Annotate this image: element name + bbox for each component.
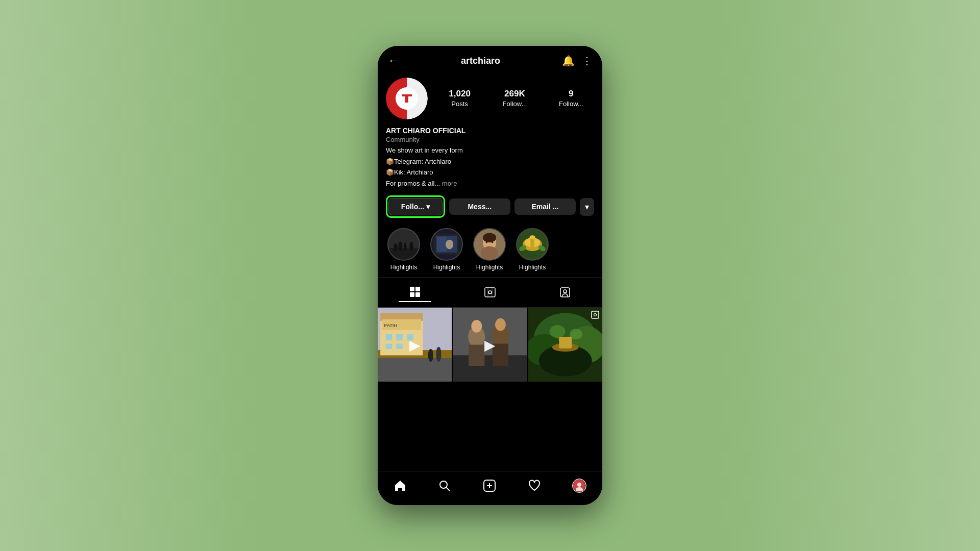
tab-grid[interactable]	[399, 283, 431, 302]
svg-point-5	[399, 241, 403, 251]
posts-label: Posts	[451, 100, 468, 108]
highlight-item-4[interactable]: Highlights	[514, 228, 550, 271]
svg-point-23	[529, 235, 535, 239]
profile-stats: 1,020 Posts 269K Follow... 9 Follow...	[438, 89, 594, 108]
svg-rect-46	[378, 358, 452, 382]
svg-point-31	[488, 291, 492, 294]
back-button[interactable]: ←	[388, 54, 399, 67]
highlight-item-3[interactable]: Highlights	[472, 228, 507, 271]
notification-icon[interactable]: 🔔	[562, 55, 575, 67]
svg-rect-32	[560, 288, 570, 297]
svg-point-68	[594, 314, 596, 316]
highlight-label-3: Highlights	[476, 264, 503, 271]
svg-point-16	[483, 233, 496, 243]
svg-point-7	[409, 241, 413, 251]
phone-container: ← artchiaro 🔔 ⋮	[378, 46, 602, 505]
svg-rect-27	[415, 287, 420, 291]
profile-bio-line3: 📦Kik: Artchiaro	[386, 167, 594, 178]
following-stat[interactable]: 9 Follow...	[559, 89, 583, 108]
following-count: 9	[559, 89, 583, 99]
svg-rect-66	[559, 337, 572, 348]
followers-stat[interactable]: 269K Follow...	[503, 89, 527, 108]
header: ← artchiaro 🔔 ⋮	[378, 46, 602, 72]
tab-tagged[interactable]	[549, 283, 581, 302]
profile-bio-line4: For promos & all... more	[386, 179, 594, 189]
svg-rect-3	[388, 248, 419, 260]
svg-rect-26	[410, 287, 414, 291]
nav-avatar	[572, 479, 586, 493]
more-button[interactable]: ▾	[580, 198, 594, 216]
content-tabs	[378, 277, 602, 308]
follow-button[interactable]: Follo... ▾	[388, 198, 443, 215]
play-icon-2: ▶	[484, 336, 496, 353]
background-left	[0, 0, 260, 551]
highlight-item-2[interactable]: Highlights	[429, 228, 464, 271]
message-button[interactable]: Mess...	[449, 198, 510, 215]
highlight-circle-3	[473, 228, 506, 261]
highlight-item-1[interactable]: Highlights	[386, 228, 422, 271]
svg-point-47	[428, 349, 433, 362]
svg-rect-51	[453, 355, 527, 382]
post-thumb-1[interactable]: FATIH ▶	[378, 308, 452, 382]
profile-category: Community	[386, 136, 594, 143]
action-buttons-row: Follo... ▾ Mess... Email ... ▾	[378, 189, 602, 224]
svg-point-6	[404, 242, 407, 251]
reel-icon-3	[591, 311, 599, 320]
posts-count: 1,020	[449, 89, 471, 99]
svg-rect-29	[415, 292, 420, 297]
post-thumb-3[interactable]	[528, 308, 602, 382]
nav-add[interactable]	[481, 477, 498, 494]
nav-search[interactable]	[436, 477, 453, 494]
highlight-circle-2	[430, 228, 463, 261]
svg-point-56	[495, 318, 506, 331]
highlight-circle-1	[387, 228, 420, 261]
posts-stat: 1,020 Posts	[449, 89, 471, 108]
posts-grid: FATIH ▶	[378, 308, 602, 471]
svg-point-18	[492, 241, 494, 243]
profile-username: artchiaro	[461, 56, 500, 66]
profile-bio-line1: We show art in every form	[386, 145, 594, 156]
nav-profile[interactable]	[570, 477, 589, 495]
profile-top-row: 1,020 Posts 269K Follow... 9 Follow...	[386, 78, 594, 119]
following-label: Follow...	[559, 100, 583, 108]
profile-section: 1,020 Posts 269K Follow... 9 Follow... A…	[378, 72, 602, 189]
followers-label: Follow...	[503, 100, 527, 108]
svg-rect-54	[469, 345, 484, 366]
email-button[interactable]: Email ...	[514, 198, 576, 215]
nav-heart[interactable]	[526, 477, 543, 494]
highlight-label-2: Highlights	[433, 264, 460, 271]
svg-point-33	[564, 290, 567, 293]
highlight-label-4: Highlights	[519, 264, 546, 271]
profile-name: ART CHIARO OFFICIAL	[386, 127, 594, 135]
svg-point-12	[446, 240, 453, 249]
svg-rect-67	[592, 311, 599, 318]
play-icon-1: ▶	[409, 336, 421, 353]
svg-text:FATIH: FATIH	[384, 323, 397, 328]
svg-point-48	[436, 347, 441, 362]
svg-rect-11	[437, 237, 447, 252]
highlight-label-1: Highlights	[390, 264, 418, 271]
svg-point-4	[394, 243, 398, 251]
svg-line-70	[447, 488, 450, 491]
screen: ← artchiaro 🔔 ⋮	[378, 46, 602, 505]
more-options-icon[interactable]: ⋮	[582, 55, 592, 67]
svg-rect-28	[410, 292, 414, 297]
svg-rect-45	[396, 344, 402, 349]
svg-point-69	[440, 481, 447, 488]
tab-reels[interactable]	[474, 283, 506, 302]
svg-point-15	[481, 246, 498, 260]
svg-point-53	[472, 320, 482, 333]
bio-more-link[interactable]: more	[442, 180, 457, 187]
svg-rect-44	[386, 344, 392, 349]
svg-point-75	[577, 483, 581, 487]
highlight-circle-4	[516, 228, 549, 261]
post-thumb-2[interactable]: ▶	[453, 308, 527, 382]
svg-rect-42	[396, 334, 402, 340]
bottom-nav	[378, 471, 602, 505]
nav-home[interactable]	[391, 477, 409, 494]
profile-bio-line2: 📦Telegram: Artchiaro	[386, 157, 594, 167]
svg-point-17	[486, 241, 488, 243]
header-actions: 🔔 ⋮	[562, 55, 592, 67]
svg-point-63	[549, 325, 565, 338]
avatar	[386, 78, 428, 119]
